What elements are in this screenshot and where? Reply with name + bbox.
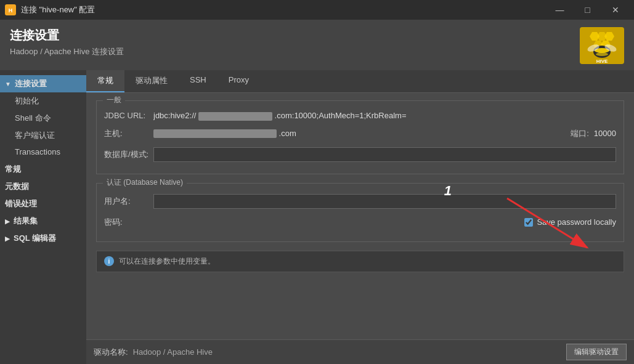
general-section: 一般 JDBC URL: jdbc:hive2:// .com:10000;Au… (96, 100, 624, 174)
tab-proxy-label: Proxy (229, 75, 249, 84)
sidebar-item-results[interactable]: ▶ 结果集 (0, 212, 86, 230)
header-text: 连接设置 Hadoop / Apache Hive 连接设置 (10, 27, 124, 57)
username-input[interactable] (153, 194, 616, 209)
sidebar-label-metadata: 元数据 (5, 181, 29, 192)
header-subtitle: Hadoop / Apache Hive 连接设置 (10, 46, 124, 57)
maximize-button[interactable]: □ (574, 0, 601, 20)
sidebar-label-results: 结果集 (14, 216, 38, 227)
sidebar-item-client-auth[interactable]: 客户端认证 (0, 127, 86, 144)
sidebar-item-general[interactable]: 常规 (0, 161, 86, 178)
general-legend: 一般 (103, 95, 125, 105)
info-icon: i (104, 256, 114, 266)
window-controls: — □ ✕ (546, 0, 629, 20)
sidebar-label-client-auth: 客户端认证 (15, 130, 55, 141)
database-row: 数据库/模式: (104, 147, 616, 163)
jdbc-value: jdbc:hive2:// .com:10000;AuthMech=1;KrbR… (153, 111, 616, 121)
tab-driver-properties[interactable]: 驱动属性 (124, 70, 179, 92)
app-header: 连接设置 Hadoop / Apache Hive 连接设置 HIVE (0, 20, 634, 70)
sidebar-item-metadata[interactable]: 元数据 (0, 178, 86, 195)
app-icon: H (5, 4, 16, 15)
sidebar-label-transactions: Transactions (15, 147, 60, 156)
minimize-button[interactable]: — (546, 0, 574, 20)
title-bar: H 连接 "hive-new" 配置 — □ ✕ (0, 0, 634, 20)
save-password-row: Save password locally (524, 217, 616, 227)
driver-info: 驱动名称: Hadoop / Apache Hive (94, 347, 213, 358)
sidebar-section-connection: ▼ 连接设置 初始化 Shell 命令 客户端认证 Transactions (0, 75, 86, 160)
driver-value: Hadoop / Apache Hive (133, 347, 213, 357)
sidebar-label-shell: Shell 命令 (15, 113, 51, 124)
sidebar-item-connection-settings[interactable]: ▼ 连接设置 (0, 75, 86, 92)
save-password-label: Save password locally (537, 217, 616, 227)
host-blurred (153, 129, 277, 138)
sidebar-item-error-handling[interactable]: 错误处理 (0, 195, 86, 212)
host-value: .com (153, 129, 558, 139)
username-row: 用户名: (104, 193, 616, 209)
info-text: 可以在连接参数中使用变量。 (119, 256, 215, 267)
expand-icon-results: ▶ (5, 218, 10, 225)
svg-text:H: H (9, 7, 13, 14)
hive-logo: HIVE (580, 27, 624, 64)
tab-content: 一般 JDBC URL: jdbc:hive2:// .com:10000;Au… (86, 93, 634, 339)
bottom-bar: 驱动名称: Hadoop / Apache Hive 编辑驱动设置 (86, 339, 634, 364)
sidebar-item-init[interactable]: 初始化 (0, 92, 86, 110)
db-input[interactable] (153, 147, 616, 162)
sidebar-item-transactions[interactable]: Transactions (0, 144, 86, 160)
svg-point-10 (596, 52, 608, 56)
sidebar-item-sql-editor[interactable]: ▶ SQL 编辑器 (0, 230, 86, 247)
sidebar-label-connection: 连接设置 (15, 78, 47, 89)
jdbc-value-container: jdbc:hive2:// .com:10000;AuthMech=1;KrbR… (153, 111, 616, 121)
tabs: 常规 驱动属性 SSH Proxy (86, 70, 634, 93)
host-row: 主机: .com 端口: 10000 (104, 126, 616, 142)
info-notice: i 可以在连接参数中使用变量。 (96, 251, 624, 272)
sidebar-label-error: 错误处理 (5, 198, 37, 209)
window: H 连接 "hive-new" 配置 — □ ✕ 连接设置 Hadoop / A… (0, 0, 634, 364)
expand-icon: ▼ (5, 81, 11, 87)
right-panel: 常规 驱动属性 SSH Proxy 一般 (86, 70, 634, 364)
sidebar-item-shell[interactable]: Shell 命令 (0, 110, 86, 127)
auth-content: 用户名: 密码: Save password locally (97, 184, 624, 241)
jdbc-label: JDBC URL: (104, 111, 153, 120)
edit-driver-button[interactable]: 编辑驱动设置 (566, 344, 627, 360)
auth-legend: 认证 (Database Native) (103, 177, 187, 188)
password-label: 密码: (104, 217, 153, 228)
window-title: 连接 "hive-new" 配置 (21, 4, 546, 15)
tab-proxy[interactable]: Proxy (217, 70, 260, 92)
tab-ssh-label: SSH (190, 75, 206, 84)
port-label: 端口: (571, 128, 589, 139)
svg-text:HIVE: HIVE (596, 59, 608, 64)
port-value: 10000 (594, 129, 616, 138)
sidebar-label-sql: SQL 编辑器 (14, 233, 56, 244)
db-label: 数据库/模式: (104, 149, 153, 160)
driver-label: 驱动名称: (94, 347, 128, 358)
jdbc-blurred-host (198, 112, 272, 121)
sidebar: ▼ 连接设置 初始化 Shell 命令 客户端认证 Transactions 常… (0, 70, 86, 364)
sidebar-label-init: 初始化 (15, 95, 39, 107)
username-label: 用户名: (104, 196, 153, 207)
general-content: JDBC URL: jdbc:hive2:// .com:10000;AuthM… (97, 101, 624, 174)
sidebar-label-general: 常规 (5, 164, 21, 175)
host-label: 主机: (104, 128, 153, 139)
save-password-container: Save password locally (153, 217, 616, 227)
save-password-checkbox[interactable] (524, 218, 533, 227)
main-area: ▼ 连接设置 初始化 Shell 命令 客户端认证 Transactions 常… (0, 70, 634, 364)
jdbc-row: JDBC URL: jdbc:hive2:// .com:10000;AuthM… (104, 111, 616, 121)
password-row: 密码: Save password locally (104, 214, 616, 230)
header-title: 连接设置 (10, 27, 124, 44)
expand-icon-sql: ▶ (5, 235, 10, 242)
tab-general[interactable]: 常规 (86, 70, 124, 92)
close-button[interactable]: ✕ (601, 0, 629, 20)
tab-driver-label: 驱动属性 (136, 76, 168, 85)
tab-ssh[interactable]: SSH (179, 70, 217, 92)
tab-general-label: 常规 (97, 76, 113, 85)
auth-section: 认证 (Database Native) 用户名: 密码: (96, 183, 624, 242)
